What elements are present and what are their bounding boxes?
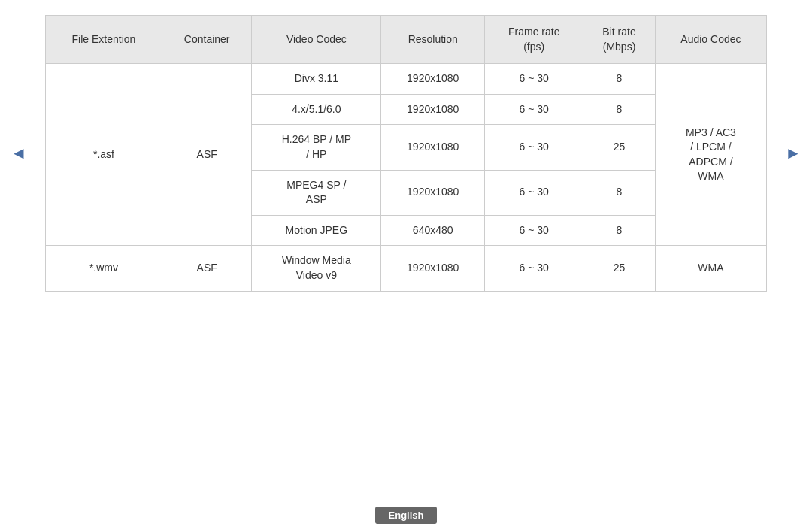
- resolution-4: 1920x1080: [381, 170, 485, 215]
- col-video-codec: Video Codec: [252, 16, 381, 64]
- col-audio-codec: Audio Codec: [655, 16, 766, 64]
- file-ext-asf: *.asf: [46, 64, 162, 246]
- resolution-3: 1920x1080: [381, 125, 485, 170]
- video-codec-mjpeg: Motion JPEG: [252, 215, 381, 246]
- bit-rate-6: 25: [583, 246, 656, 291]
- table-header-row: File Extention Container Video Codec Res…: [46, 16, 767, 64]
- audio-codec-wmv: WMA: [655, 246, 766, 291]
- right-arrow-icon: ►: [785, 144, 801, 163]
- frame-rate-4: 6 ~ 30: [485, 170, 583, 215]
- table-row: *.asf ASF Divx 3.11 1920x1080 6 ~ 30 8 M…: [46, 64, 767, 95]
- bit-rate-1: 8: [583, 64, 656, 95]
- bit-rate-4: 8: [583, 170, 656, 215]
- page-container: ◄ ► File Extention Container Video Codec…: [0, 0, 812, 530]
- frame-rate-2: 6 ~ 30: [485, 94, 583, 125]
- bit-rate-3: 25: [583, 125, 656, 170]
- col-resolution: Resolution: [381, 16, 485, 64]
- resolution-2: 1920x1080: [381, 94, 485, 125]
- bit-rate-5: 8: [583, 215, 656, 246]
- language-badge: English: [375, 507, 438, 524]
- bit-rate-2: 8: [583, 94, 656, 125]
- left-arrow-icon: ◄: [11, 144, 27, 163]
- frame-rate-5: 6 ~ 30: [485, 215, 583, 246]
- prev-arrow[interactable]: ◄: [8, 142, 30, 165]
- col-file-ext: File Extention: [46, 16, 162, 64]
- col-frame-rate: Frame rate(fps): [485, 16, 583, 64]
- frame-rate-6: 6 ~ 30: [485, 246, 583, 291]
- video-codec-4x: 4.x/5.1/6.0: [252, 94, 381, 125]
- table-row: *.wmv ASF Window MediaVideo v9 1920x1080…: [46, 246, 767, 291]
- codec-table: File Extention Container Video Codec Res…: [45, 15, 767, 292]
- frame-rate-1: 6 ~ 30: [485, 64, 583, 95]
- col-container: Container: [162, 16, 252, 64]
- video-codec-h264: H.264 BP / MP/ HP: [252, 125, 381, 170]
- container-wmv: ASF: [162, 246, 252, 291]
- video-codec-wmv: Window MediaVideo v9: [252, 246, 381, 291]
- frame-rate-3: 6 ~ 30: [485, 125, 583, 170]
- table-wrapper: ◄ ► File Extention Container Video Codec…: [45, 15, 767, 292]
- footer: English: [0, 507, 812, 530]
- resolution-6: 1920x1080: [381, 246, 485, 291]
- col-bit-rate: Bit rate(Mbps): [583, 16, 656, 64]
- resolution-1: 1920x1080: [381, 64, 485, 95]
- file-ext-wmv: *.wmv: [46, 246, 162, 291]
- video-codec-mpeg4: MPEG4 SP /ASP: [252, 170, 381, 215]
- next-arrow[interactable]: ►: [782, 142, 804, 165]
- video-codec-divx: Divx 3.11: [252, 64, 381, 95]
- resolution-5: 640x480: [381, 215, 485, 246]
- audio-codec-asf: MP3 / AC3/ LPCM /ADPCM /WMA: [655, 64, 766, 246]
- container-asf: ASF: [162, 64, 252, 246]
